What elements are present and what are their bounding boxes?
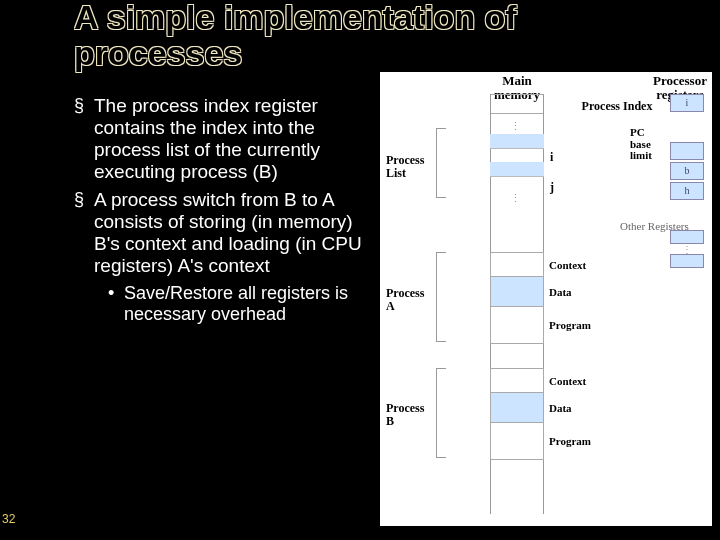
reg-dots: ⋮ (670, 246, 704, 254)
process-list-box (490, 134, 544, 149)
slide: A simple implementation of processes 32 … (0, 0, 720, 540)
label-data-a: Data (549, 286, 572, 298)
process-list-box-j (490, 162, 544, 177)
label-process-list: Process List (386, 154, 432, 179)
bullet-2a: Save/Restore all registers is necessary … (108, 283, 374, 325)
process-list-slot-i (490, 134, 544, 149)
label-process-b: Process B (386, 402, 432, 427)
process-b-program: Program (491, 423, 543, 459)
label-process-index: Process Index (580, 100, 654, 113)
label-pc-base-limit: PC base limit (630, 127, 670, 162)
label-process-a: Process A (386, 287, 432, 312)
slide-number: 32 (2, 512, 15, 526)
label-limit: limit (630, 150, 670, 162)
reg-pc (670, 142, 704, 160)
process-a-data: Data (491, 277, 543, 307)
reg-other-2 (670, 254, 704, 268)
process-b-box: Context Data Program (490, 368, 544, 460)
reg-process-index: i (670, 94, 704, 112)
label-pc: PC (630, 127, 670, 139)
label-i: i (550, 150, 553, 165)
process-b-context: Context (491, 369, 543, 393)
reg-limit: h (670, 182, 704, 200)
brace-process-list (436, 128, 446, 198)
bullet-1: The process index register contains the … (74, 95, 374, 183)
reg-other-1 (670, 230, 704, 244)
dots-top: ⋮ (510, 120, 521, 133)
figure: Main memory Processor registers Process … (380, 72, 712, 526)
slide-title: A simple implementation of processes (74, 0, 634, 71)
bullet-2: A process switch from B to A consists of… (74, 189, 374, 277)
label-program-b: Program (549, 435, 591, 447)
process-b-data: Data (491, 393, 543, 423)
label-data-b: Data (549, 402, 572, 414)
label-program-a: Program (549, 319, 591, 331)
mem-cell (491, 94, 543, 114)
process-a-box: Context Data Program (490, 252, 544, 344)
label-context-b: Context (549, 375, 586, 387)
label-context-a: Context (549, 259, 586, 271)
process-list-slot-j (490, 162, 544, 177)
dots-pl: ⋮ (510, 192, 521, 205)
process-a-program: Program (491, 307, 543, 343)
label-j: j (550, 180, 554, 195)
body-text: The process index register contains the … (74, 95, 374, 325)
reg-base: b (670, 162, 704, 180)
label-other-registers: Other Registers (620, 220, 689, 232)
register-column: i b h ⋮ (670, 94, 704, 270)
reg-gap (670, 114, 704, 140)
process-a-context: Context (491, 253, 543, 277)
brace-process-a (436, 252, 446, 342)
brace-process-b (436, 368, 446, 458)
